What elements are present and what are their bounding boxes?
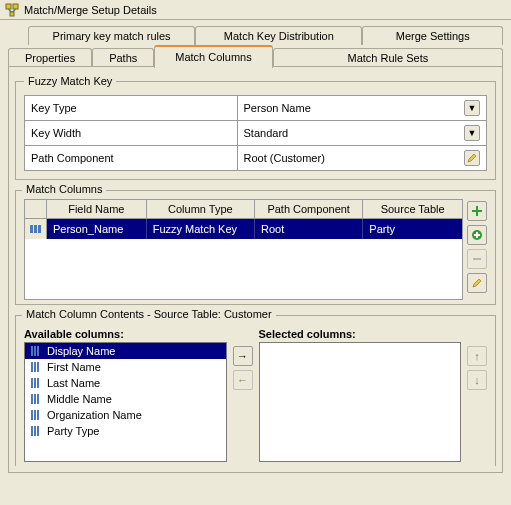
cell-source-table: Party bbox=[363, 219, 462, 239]
selected-columns-label: Selected columns: bbox=[259, 328, 462, 340]
col-field-name[interactable]: Field Name bbox=[47, 200, 147, 219]
svg-rect-5 bbox=[38, 225, 41, 233]
chevron-down-icon: ▼ bbox=[468, 104, 477, 113]
chevron-down-icon: ▼ bbox=[468, 129, 477, 138]
key-type-label: Key Type bbox=[25, 96, 238, 121]
key-type-cell[interactable]: Person Name ▼ bbox=[237, 96, 486, 121]
list-item-label: Middle Name bbox=[47, 393, 112, 405]
list-item[interactable]: Last Name bbox=[25, 375, 226, 391]
tab-match-key-distribution[interactable]: Match Key Distribution bbox=[195, 26, 362, 45]
svg-rect-25 bbox=[37, 426, 39, 436]
path-component-value: Root (Customer) bbox=[244, 152, 325, 164]
selected-columns-list[interactable] bbox=[259, 342, 462, 462]
move-right-button[interactable]: → bbox=[233, 346, 253, 366]
column-icon bbox=[29, 377, 43, 389]
match-columns-fieldset: Match Columns Field Name Column Type Pat… bbox=[15, 190, 496, 305]
row-handle[interactable] bbox=[25, 219, 47, 239]
column-icon bbox=[29, 409, 43, 421]
svg-rect-12 bbox=[34, 362, 36, 372]
move-down-button[interactable]: ↓ bbox=[467, 370, 487, 390]
match-columns-legend: Match Columns bbox=[22, 183, 106, 195]
tab-paths[interactable]: Paths bbox=[92, 48, 154, 67]
svg-rect-0 bbox=[6, 4, 11, 9]
edit-button[interactable] bbox=[467, 273, 487, 293]
svg-rect-8 bbox=[31, 346, 33, 356]
cell-field-name: Person_Name bbox=[47, 219, 147, 239]
column-icon bbox=[29, 361, 43, 373]
grid-empty-area bbox=[25, 239, 462, 299]
svg-rect-20 bbox=[31, 410, 33, 420]
tab-match-rule-sets[interactable]: Match Rule Sets bbox=[273, 48, 503, 67]
table-row[interactable]: Person_Name Fuzzy Match Key Root Party bbox=[25, 219, 462, 239]
remove-button[interactable] bbox=[467, 249, 487, 269]
arrow-down-icon: ↓ bbox=[474, 374, 480, 386]
available-columns-label: Available columns: bbox=[24, 328, 227, 340]
list-item-label: Display Name bbox=[47, 345, 115, 357]
fuzzy-legend: Fuzzy Match Key bbox=[24, 75, 116, 87]
col-column-type[interactable]: Column Type bbox=[147, 200, 255, 219]
match-column-contents-fieldset: Match Column Contents - Source Table: Cu… bbox=[15, 315, 496, 466]
col-path-component[interactable]: Path Component bbox=[255, 200, 363, 219]
svg-rect-7 bbox=[473, 258, 481, 260]
svg-rect-1 bbox=[13, 4, 18, 9]
tab-properties[interactable]: Properties bbox=[8, 48, 92, 67]
list-item[interactable]: First Name bbox=[25, 359, 226, 375]
pencil-icon bbox=[467, 153, 477, 163]
cell-path-component: Root bbox=[255, 219, 363, 239]
tab-merge-settings[interactable]: Merge Settings bbox=[362, 26, 503, 45]
tab-match-columns[interactable]: Match Columns bbox=[154, 45, 272, 68]
window-titlebar: Match/Merge Setup Details bbox=[0, 0, 511, 20]
svg-rect-17 bbox=[31, 394, 33, 404]
svg-rect-14 bbox=[31, 378, 33, 388]
col-source-table[interactable]: Source Table bbox=[363, 200, 462, 219]
tab-panel-match-columns: Fuzzy Match Key Key Type Person Name ▼ K… bbox=[8, 66, 503, 473]
svg-rect-4 bbox=[34, 225, 37, 233]
svg-rect-18 bbox=[34, 394, 36, 404]
path-component-edit-button[interactable] bbox=[464, 150, 480, 166]
list-item[interactable]: Organization Name bbox=[25, 407, 226, 423]
arrow-right-icon: → bbox=[237, 350, 248, 362]
plus-icon bbox=[471, 205, 483, 217]
cell-column-type: Fuzzy Match Key bbox=[147, 219, 255, 239]
key-width-label: Key Width bbox=[25, 121, 238, 146]
add-button[interactable] bbox=[467, 201, 487, 221]
tab-primary-key-match-rules[interactable]: Primary key match rules bbox=[28, 26, 195, 45]
insert-button[interactable] bbox=[467, 225, 487, 245]
available-columns-list[interactable]: Display NameFirst NameLast NameMiddle Na… bbox=[24, 342, 227, 462]
key-width-cell[interactable]: Standard ▼ bbox=[237, 121, 486, 146]
svg-rect-11 bbox=[31, 362, 33, 372]
path-component-cell[interactable]: Root (Customer) bbox=[237, 146, 486, 171]
svg-rect-22 bbox=[37, 410, 39, 420]
path-component-label: Path Component bbox=[25, 146, 238, 171]
plus-small-icon bbox=[471, 229, 483, 241]
list-item[interactable]: Middle Name bbox=[25, 391, 226, 407]
column-icon bbox=[29, 393, 43, 405]
list-item-label: First Name bbox=[47, 361, 101, 373]
app-icon bbox=[4, 2, 20, 18]
move-left-button[interactable]: ← bbox=[233, 370, 253, 390]
key-width-dropdown-button[interactable]: ▼ bbox=[464, 125, 480, 141]
column-icon bbox=[29, 425, 43, 437]
match-columns-grid[interactable]: Field Name Column Type Path Component So… bbox=[24, 199, 463, 300]
pencil-icon bbox=[472, 278, 482, 288]
list-item-label: Party Type bbox=[47, 425, 99, 437]
key-type-value: Person Name bbox=[244, 102, 311, 114]
list-item[interactable]: Party Type bbox=[25, 423, 226, 439]
column-icon bbox=[29, 345, 43, 357]
svg-rect-23 bbox=[31, 426, 33, 436]
list-item-label: Last Name bbox=[47, 377, 100, 389]
tab-container: Primary key match rules Match Key Distri… bbox=[8, 26, 503, 474]
key-type-dropdown-button[interactable]: ▼ bbox=[464, 100, 480, 116]
columns-icon bbox=[30, 224, 42, 234]
arrow-up-icon: ↑ bbox=[474, 350, 480, 362]
svg-rect-21 bbox=[34, 410, 36, 420]
svg-rect-9 bbox=[34, 346, 36, 356]
svg-rect-16 bbox=[37, 378, 39, 388]
move-up-button[interactable]: ↑ bbox=[467, 346, 487, 366]
svg-rect-15 bbox=[34, 378, 36, 388]
key-width-value: Standard bbox=[244, 127, 289, 139]
window-title: Match/Merge Setup Details bbox=[24, 4, 157, 16]
list-item-label: Organization Name bbox=[47, 409, 142, 421]
list-item[interactable]: Display Name bbox=[25, 343, 226, 359]
svg-rect-13 bbox=[37, 362, 39, 372]
